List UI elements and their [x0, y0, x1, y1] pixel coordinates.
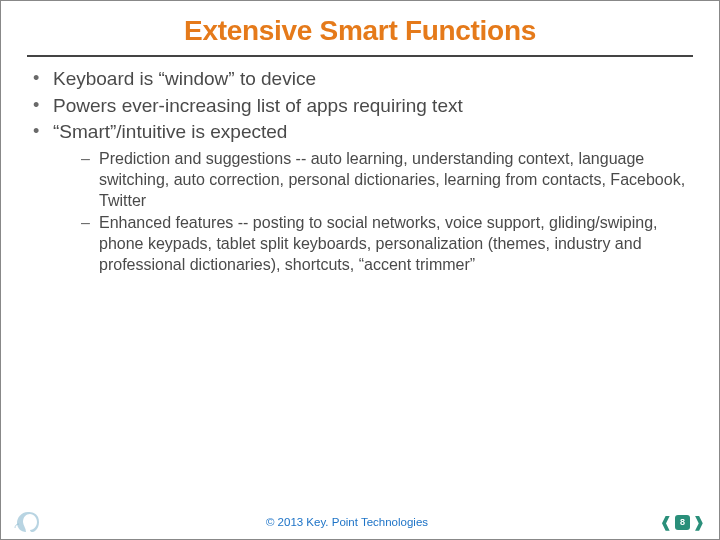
- sub-bullet-item: Enhanced features -- posting to social n…: [53, 213, 691, 275]
- slide-body: Keyboard is “window” to device Powers ev…: [1, 67, 719, 278]
- copyright-text: © 2013 Key. Point Technologies: [45, 516, 649, 528]
- bullet-text: Keyboard is “window” to device: [53, 68, 316, 89]
- bullet-item: “Smart”/intuitive is expected Prediction…: [29, 120, 691, 275]
- footer: © 2013 Key. Point Technologies ❰ 8 ❱: [1, 505, 719, 539]
- bullet-text: Powers ever-increasing list of apps requ…: [53, 95, 463, 116]
- bullet-text: “Smart”/intuitive is expected: [53, 121, 287, 142]
- title-wrap: Extensive Smart Functions: [1, 1, 719, 49]
- sub-bullet-text: Prediction and suggestions -- auto learn…: [99, 150, 685, 209]
- company-logo-icon: [11, 508, 45, 536]
- bullet-item: Powers ever-increasing list of apps requ…: [29, 94, 691, 119]
- sub-bullet-text: Enhanced features -- posting to social n…: [99, 214, 658, 273]
- sub-bullet-item: Prediction and suggestions -- auto learn…: [53, 149, 691, 211]
- slide-title: Extensive Smart Functions: [1, 15, 719, 47]
- slide: Extensive Smart Functions Keyboard is “w…: [0, 0, 720, 540]
- brace-left-icon: ❰: [660, 514, 672, 530]
- main-bullet-list: Keyboard is “window” to device Powers ev…: [29, 67, 691, 276]
- bullet-item: Keyboard is “window” to device: [29, 67, 691, 92]
- brace-right-icon: ❱: [693, 514, 705, 530]
- page-number: 8: [675, 515, 690, 530]
- title-divider: [27, 55, 693, 57]
- page-number-wrap: ❰ 8 ❱: [649, 514, 719, 530]
- sub-bullet-list: Prediction and suggestions -- auto learn…: [53, 149, 691, 276]
